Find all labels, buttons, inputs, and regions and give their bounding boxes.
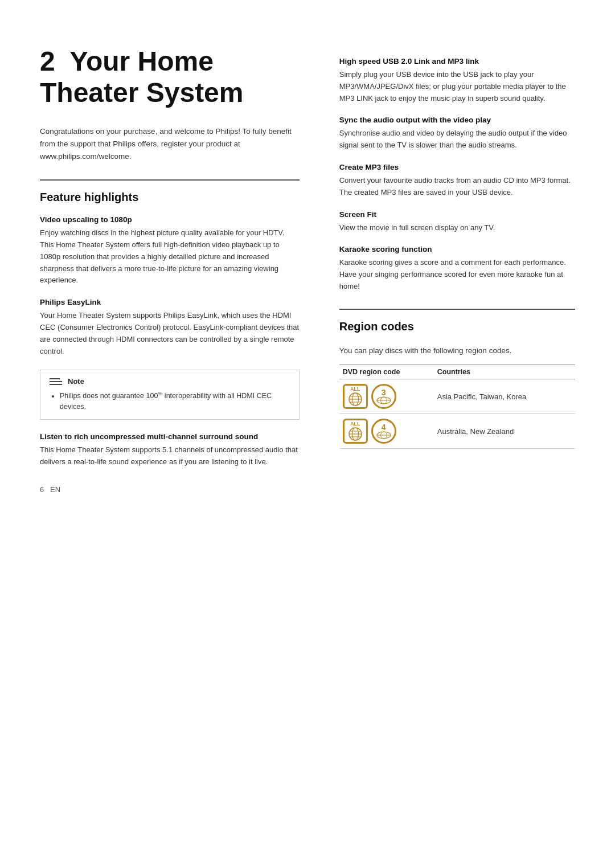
chapter-title: 2 Your HomeTheater System [40,46,300,108]
feature-text-usb: Simply plug your USB device into the USB… [339,69,575,104]
feature-heading-screenfit: Screen Fit [339,210,575,219]
globe-lines-icon-2 [376,431,391,439]
dvd-all-badge-1: ALL [343,384,368,409]
section-divider [40,179,300,181]
page: 2 Your HomeTheater System Congratulation… [0,0,615,868]
feature-heading-usb: High speed USB 2.0 Link and MP3 link [339,57,575,65]
region-row-1: ALL [339,379,575,414]
region-section-divider [339,309,575,310]
left-column: 2 Your HomeTheater System Congratulation… [40,46,305,834]
dvd-all-text-2: ALL [350,421,360,427]
right-column: High speed USB 2.0 Link and MP3 link Sim… [334,46,575,834]
dvd-all-text-1: ALL [350,387,360,392]
note-item: Philips does not guarantee 100% interope… [60,390,290,412]
note-list: Philips does not guarantee 100% interope… [50,390,290,412]
dvd-num-badge-1: 3 [371,384,396,409]
note-icon [50,378,62,385]
region-table: DVD region code Countries ALL [339,365,575,449]
dvd-num-badge-2: 4 [371,419,396,444]
feature-heading-video: Video upscaling to 1080p [40,215,300,224]
dvd-num-text-2: 4 [382,423,386,431]
dvd-icons-2: ALL 4 [343,419,430,444]
region-row-2-icons: ALL 4 [339,414,434,449]
note-label: Note [68,377,84,386]
region-codes-title: Region codes [339,320,575,333]
feature-heading-easylink: Philips EasyLink [40,298,300,306]
page-number: 6 [40,485,44,494]
table-header-dvd: DVD region code [339,365,434,379]
table-header-countries: Countries [434,365,575,379]
dvd-all-badge-2: ALL [343,419,368,444]
feature-text-easylink: Your Home Theater System supports Philip… [40,310,300,357]
dvd-num-text-1: 3 [382,388,386,396]
feature-heading-surround: Listen to rich uncompressed multi-channe… [40,432,300,441]
region-row-1-icons: ALL [339,379,434,414]
globe-lines-icon-1 [376,396,391,404]
feature-text-screenfit: View the movie in full screen display on… [339,222,575,234]
feature-text-sync: Synchronise audio and video by delaying … [339,128,575,152]
feature-text-surround: This Home Theater System supports 5.1 ch… [40,444,300,468]
page-lang: EN [50,485,60,494]
feature-heading-sync: Sync the audio output with the video pla… [339,116,575,124]
feature-highlights-title: Feature highlights [40,191,300,204]
region-row-2: ALL 4 [339,414,575,449]
feature-heading-mp3: Create MP3 files [339,163,575,171]
region-row-1-countries: Asia Pacific, Taiwan, Korea [434,379,575,414]
region-intro: You can play discs with the following re… [339,345,575,357]
dvd-icons-1: ALL [343,384,430,409]
globe-icon-1 [348,392,363,407]
feature-text-mp3: Convert your favourite audio tracks from… [339,175,575,199]
footer: 6 EN [40,468,300,494]
note-header: Note [50,377,290,386]
chapter-number: 2 [40,46,55,76]
feature-heading-karaoke: Karaoke scoring function [339,245,575,253]
intro-text: Congratulations on your purchase, and we… [40,125,300,162]
region-row-2-countries: Australia, New Zealand [434,414,575,449]
globe-icon-2 [348,427,363,441]
note-box: Note Philips does not guarantee 100% int… [40,370,300,420]
feature-text-karaoke: Karaoke scoring gives a score and a comm… [339,257,575,292]
feature-text-video: Enjoy watching discs in the highest pict… [40,227,300,286]
